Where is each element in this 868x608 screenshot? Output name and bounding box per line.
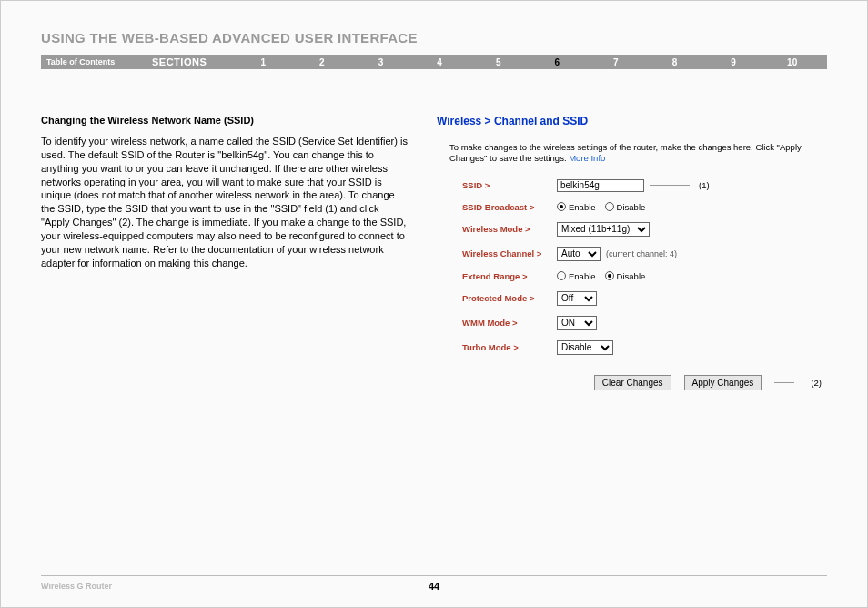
apply-callout: (2): [811, 378, 822, 388]
turbo-mode-select[interactable]: Disable: [557, 340, 613, 355]
ssid-input[interactable]: [557, 179, 644, 192]
nav-numbers: 1 2 3 4 5 6 7 8 9 10: [234, 57, 822, 67]
panel-description: To make changes to the wireless settings…: [449, 142, 827, 165]
wmm-mode-select[interactable]: ON: [557, 316, 597, 330]
channel-label: Wireless Channel: [462, 248, 557, 258]
nav-num-10[interactable]: 10: [762, 57, 822, 67]
nav-toc-link[interactable]: Table of Contents: [46, 57, 152, 66]
nav-num-9[interactable]: 9: [704, 57, 763, 67]
radio-icon: [605, 271, 614, 280]
section-heading: Changing the Wireless Network Name (SSID…: [41, 115, 409, 126]
protected-label: Protected Mode: [462, 293, 557, 303]
nav-num-2[interactable]: 2: [293, 57, 352, 67]
page-footer: Wireless G Router 44: [41, 575, 827, 591]
broadcast-disable-radio[interactable]: Disable: [605, 202, 646, 212]
broadcast-label: SSID Broadcast: [462, 202, 557, 212]
nav-sections-label: SECTIONS: [152, 56, 234, 67]
radio-icon: [557, 271, 566, 280]
clear-changes-button[interactable]: Clear Changes: [594, 375, 671, 390]
nav-num-6[interactable]: 6: [528, 57, 587, 67]
page-title: USING THE WEB-BASED ADVANCED USER INTERF…: [41, 30, 827, 46]
nav-num-4[interactable]: 4: [410, 57, 469, 67]
right-column: Wireless > Channel and SSID To make chan…: [437, 115, 827, 390]
extend-label: Extend Range: [462, 271, 557, 281]
footer-product: Wireless G Router: [41, 582, 112, 591]
nav-num-7[interactable]: 7: [587, 57, 646, 67]
callout-line-2: [774, 382, 794, 383]
wmm-label: WMM Mode: [462, 318, 557, 328]
left-column: Changing the Wireless Network Name (SSID…: [41, 115, 409, 390]
section-navbar: Table of Contents SECTIONS 1 2 3 4 5 6 7…: [41, 55, 827, 69]
turbo-label: Turbo Mode: [462, 342, 557, 352]
nav-num-3[interactable]: 3: [351, 57, 410, 67]
nav-num-8[interactable]: 8: [645, 57, 704, 67]
ssid-callout: (1): [699, 180, 710, 190]
panel-breadcrumb: Wireless > Channel and SSID: [437, 115, 827, 127]
extend-enable-radio[interactable]: Enable: [557, 271, 596, 281]
apply-changes-button[interactable]: Apply Changes: [684, 375, 762, 390]
nav-num-1[interactable]: 1: [234, 57, 293, 67]
extend-disable-radio[interactable]: Disable: [605, 271, 646, 281]
callout-line-1: [650, 185, 690, 186]
section-body-text: To identify your wireless network, a nam…: [41, 135, 409, 269]
ssid-label: SSID: [462, 180, 557, 190]
radio-icon: [557, 202, 566, 211]
mode-label: Wireless Mode: [462, 224, 557, 234]
channel-note: (current channel: 4): [606, 249, 677, 258]
more-info-link[interactable]: More Info: [569, 153, 605, 163]
wireless-channel-select[interactable]: Auto: [557, 247, 601, 261]
radio-icon: [605, 202, 614, 211]
broadcast-enable-radio[interactable]: Enable: [557, 202, 596, 212]
wireless-mode-select[interactable]: Mixed (11b+11g): [557, 222, 650, 237]
footer-page-number: 44: [429, 581, 439, 592]
protected-mode-select[interactable]: Off: [557, 291, 597, 306]
nav-num-5[interactable]: 5: [469, 57, 528, 67]
